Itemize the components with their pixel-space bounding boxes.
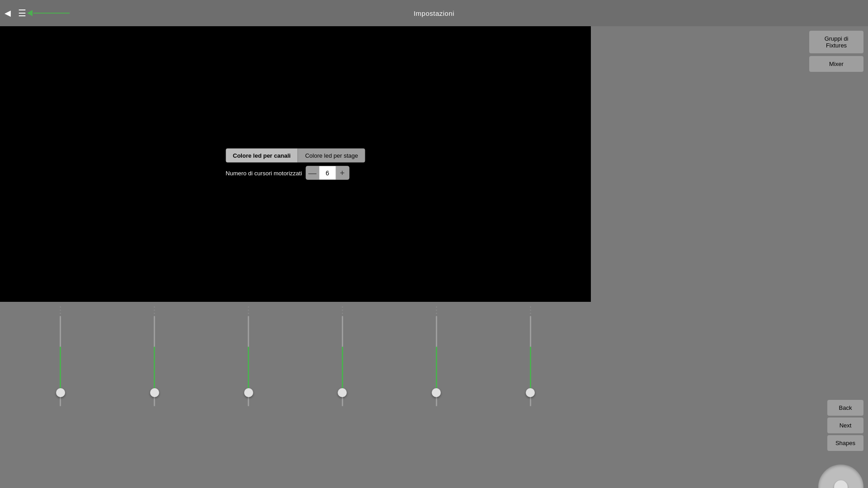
fader-track-6[interactable] — [530, 316, 531, 406]
dot — [248, 306, 249, 308]
dot — [60, 313, 61, 314]
dot — [530, 313, 531, 314]
hamburger-icon[interactable]: ☰ — [18, 8, 26, 19]
left-area: Colore led per canali Colore led per sta… — [0, 26, 591, 488]
main-layout: Colore led per canali Colore led per sta… — [0, 26, 868, 488]
tab-row: Colore led per canali Colore led per sta… — [226, 149, 365, 163]
mixer-button[interactable]: Mixer — [809, 56, 863, 72]
fader-dots-1 — [60, 306, 61, 314]
page-title: Impostazioni — [414, 9, 454, 17]
fader-dots-6 — [530, 306, 531, 314]
dot — [530, 306, 531, 308]
fader-thumb-5[interactable] — [432, 388, 441, 397]
dot — [436, 313, 437, 314]
stage-display: Colore led per canali Colore led per sta… — [0, 26, 591, 302]
dot — [436, 306, 437, 308]
dot — [342, 313, 343, 314]
decrement-button[interactable]: — — [306, 166, 319, 180]
dot — [342, 306, 343, 308]
fader-track-4[interactable] — [342, 316, 343, 406]
dial-control[interactable] — [818, 465, 863, 488]
dial-knob — [834, 480, 848, 488]
fader-dots-2 — [154, 306, 155, 314]
next-button[interactable]: Next — [827, 418, 863, 433]
fader-channel-2 — [137, 306, 173, 406]
fader-dots-4 — [342, 306, 343, 314]
dot — [342, 310, 343, 311]
fader-dots-5 — [436, 306, 437, 314]
fader-thumb-3[interactable] — [244, 388, 253, 397]
fader-thumb-1[interactable] — [56, 388, 65, 397]
increment-button[interactable]: + — [335, 166, 349, 180]
counter-label: Numero di cursori motorizzati — [226, 169, 302, 176]
green-arrow-indicator — [27, 10, 70, 16]
back-button[interactable]: Back — [827, 400, 863, 416]
fader-thumb-6[interactable] — [526, 388, 535, 397]
tab-led-stage[interactable]: Colore led per stage — [298, 149, 365, 163]
dot — [60, 306, 61, 308]
dot — [154, 313, 155, 314]
dot — [248, 313, 249, 314]
fader-dots-3 — [248, 306, 249, 314]
fader-channel-3 — [231, 306, 267, 406]
fader-channel-1 — [42, 306, 79, 406]
counter-control: — + — [306, 166, 349, 180]
dot — [154, 306, 155, 308]
back-chevron-icon: ◀ — [5, 8, 11, 18]
fixtures-button[interactable]: Gruppi di Fixtures — [809, 31, 863, 53]
fader-channel-6 — [512, 306, 548, 406]
dot — [248, 310, 249, 311]
back-arrow-button[interactable]: ◀ — [5, 8, 11, 18]
top-bar: ◀ ☰ Impostazioni — [0, 0, 868, 26]
fader-channel-5 — [418, 306, 454, 406]
fader-channel-4 — [324, 306, 360, 406]
counter-row: Numero di cursori motorizzati — + — [226, 166, 349, 180]
shapes-button[interactable]: Shapes — [827, 435, 863, 451]
fader-section — [0, 302, 591, 488]
dot — [436, 310, 437, 311]
dot — [60, 310, 61, 311]
right-sidebar: Gruppi di Fixtures Mixer Back Next Shape… — [591, 26, 868, 488]
fader-track-2[interactable] — [154, 316, 155, 406]
fader-thumb-4[interactable] — [338, 388, 347, 397]
fader-track-5[interactable] — [436, 316, 437, 406]
dot — [154, 310, 155, 311]
fader-thumb-2[interactable] — [150, 388, 159, 397]
settings-overlay: Colore led per canali Colore led per sta… — [226, 149, 365, 180]
dot — [530, 310, 531, 311]
counter-value-input[interactable] — [319, 166, 335, 180]
fader-track-1[interactable] — [60, 316, 61, 406]
fader-track-3[interactable] — [248, 316, 249, 406]
tab-led-canali[interactable]: Colore led per canali — [226, 149, 298, 163]
nav-buttons: Back Next Shapes — [827, 400, 863, 451]
